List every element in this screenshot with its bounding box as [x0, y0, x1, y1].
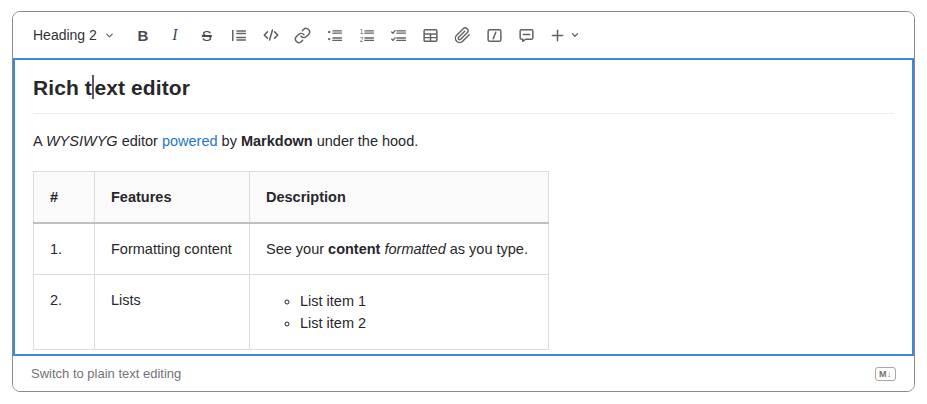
- code-button[interactable]: [259, 22, 283, 48]
- table-row: 1. Formatting content See your content f…: [34, 223, 549, 275]
- bullet-list-button[interactable]: [323, 22, 347, 48]
- cell-number: 2.: [34, 275, 95, 350]
- description-text: as you type.: [446, 241, 528, 257]
- quote-icon: [230, 27, 247, 44]
- text-style-dropdown[interactable]: Heading 2: [27, 22, 121, 48]
- list-item: List item 1: [300, 290, 532, 312]
- table-button[interactable]: [419, 22, 443, 48]
- task-list-button[interactable]: [387, 22, 411, 48]
- link-icon: [294, 27, 311, 44]
- table-icon: [422, 27, 439, 44]
- strikethrough-button[interactable]: S: [195, 22, 219, 48]
- link-button[interactable]: [291, 22, 315, 48]
- text-style-label: Heading 2: [33, 27, 97, 43]
- features-table: # Features Description 1. Formatting con…: [33, 171, 549, 351]
- bold-button[interactable]: B: [131, 22, 155, 48]
- chevron-down-icon: [104, 30, 115, 41]
- code-icon: [262, 26, 280, 44]
- comment-button[interactable]: [515, 22, 539, 48]
- intro-paragraph: A WYSIWYG editor powered by Markdown und…: [33, 131, 894, 151]
- editor-content-area[interactable]: Rich text editor A WYSIWYG editor powere…: [13, 58, 914, 356]
- bullet-list: List item 1 List item 2: [266, 290, 532, 334]
- strikethrough-icon: S: [202, 27, 212, 44]
- switch-to-plain-text-button[interactable]: Switch to plain text editing: [31, 366, 181, 381]
- ordered-list-button[interactable]: 1 2: [355, 22, 379, 48]
- description-text: See your: [266, 241, 328, 257]
- more-options-button[interactable]: [547, 22, 583, 48]
- paragraph-text: editor: [118, 133, 162, 149]
- document-heading: Rich text editor: [33, 73, 894, 114]
- cell-number: 1.: [34, 223, 95, 275]
- bullet-list-icon: [326, 27, 343, 44]
- column-header-number: #: [34, 171, 95, 223]
- details-block-icon: [486, 27, 503, 44]
- cell-feature: Lists: [95, 275, 250, 350]
- table-header-row: # Features Description: [34, 171, 549, 223]
- bold-text: Markdown: [241, 133, 313, 149]
- ordered-list-icon: 1 2: [358, 27, 375, 44]
- quote-button[interactable]: [227, 22, 251, 48]
- italic-text: formatted: [384, 241, 445, 257]
- editor-footer: Switch to plain text editing M↓: [13, 356, 914, 391]
- markdown-icon[interactable]: M↓: [875, 367, 896, 381]
- cell-description: List item 1 List item 2: [250, 275, 549, 350]
- table-row: 2. Lists List item 1 List item 2: [34, 275, 549, 350]
- svg-text:1: 1: [360, 28, 364, 35]
- rich-text-editor: Heading 2 B I S: [12, 11, 915, 392]
- bold-text: content: [328, 241, 380, 257]
- paperclip-icon: [454, 27, 471, 44]
- heading-text-after-caret: ext editor: [94, 76, 190, 99]
- italic-button[interactable]: I: [163, 22, 187, 48]
- plus-icon: [550, 28, 565, 43]
- editor-toolbar: Heading 2 B I S: [13, 12, 914, 58]
- italic-icon: I: [170, 26, 179, 44]
- svg-text:2: 2: [360, 35, 364, 42]
- heading-text-before-caret: Rich t: [33, 76, 92, 99]
- italic-text: WYSIWYG: [46, 133, 118, 149]
- details-block-button[interactable]: [483, 22, 507, 48]
- task-list-icon: [390, 27, 407, 44]
- cell-feature: Formatting content: [95, 223, 250, 275]
- paragraph-text: by: [218, 133, 241, 149]
- list-item: List item 2: [300, 312, 532, 334]
- column-header-description: Description: [250, 171, 549, 223]
- attachment-button[interactable]: [451, 22, 475, 48]
- bold-icon: B: [137, 27, 148, 44]
- column-header-features: Features: [95, 171, 250, 223]
- comment-icon: [518, 27, 535, 44]
- paragraph-text: A: [33, 133, 46, 149]
- cell-description: See your content formatted as you type.: [250, 223, 549, 275]
- chevron-down-icon: [570, 30, 580, 40]
- paragraph-text: under the hood.: [313, 133, 419, 149]
- powered-link[interactable]: powered: [162, 133, 218, 149]
